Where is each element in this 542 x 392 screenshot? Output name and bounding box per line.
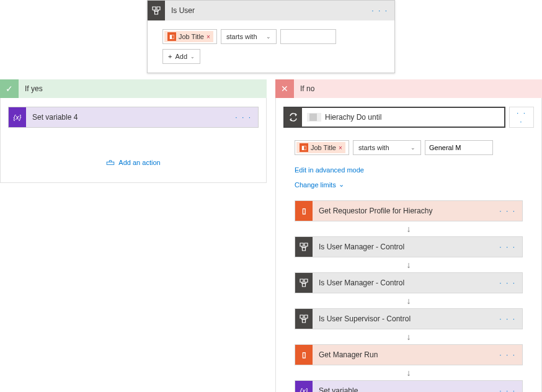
job-title-token[interactable]: ◧ Job Title × xyxy=(296,142,345,153)
arrow-down-icon: ↓ xyxy=(295,329,523,344)
arrow-down-icon: ↓ xyxy=(295,221,523,236)
arrow-down-icon: ↓ xyxy=(295,257,523,272)
prefix-chip xyxy=(307,113,321,122)
nested-step-card[interactable]: Is User Manager - Control· · · xyxy=(295,236,523,257)
nested-step-card[interactable]: {x}Set variable· · · xyxy=(295,380,523,393)
if-no-header: ✕ If no xyxy=(275,79,542,98)
chevron-down-icon: ⌄ xyxy=(339,180,344,189)
condition-left-value[interactable]: ◧ Job Title × xyxy=(162,29,217,44)
step-title: Set variable xyxy=(313,386,493,393)
if-no-branch: ✕ If no Hierachy Do until · · · xyxy=(275,79,542,392)
nested-step-card[interactable]: ▯Get Manager Run· · · xyxy=(295,344,523,365)
step-menu[interactable]: · · · xyxy=(493,386,522,393)
variable-icon: {x} xyxy=(295,381,313,393)
office-icon: ◧ xyxy=(167,32,176,41)
nested-step-card[interactable]: ▯Get Requestor Profile for Hierachy· · · xyxy=(295,200,523,221)
office-icon: ◧ xyxy=(300,143,308,152)
svg-rect-0 xyxy=(107,162,115,164)
do-until-body: ◧ Job Title × starts with ⌄ Edit in adva… xyxy=(283,134,534,392)
action-menu[interactable]: · · · xyxy=(229,113,258,122)
job-title-token[interactable]: ◧ Job Title × xyxy=(164,31,213,42)
loop-cond-operator-select[interactable]: starts with ⌄ xyxy=(353,140,421,155)
office-icon: ▯ xyxy=(295,201,313,221)
step-menu[interactable]: · · · xyxy=(493,207,522,215)
nested-steps: ▯Get Requestor Profile for Hierachy· · ·… xyxy=(295,200,523,393)
condition-menu[interactable]: · · · xyxy=(365,6,394,15)
arrow-down-icon: ↓ xyxy=(295,365,523,380)
condition-icon xyxy=(148,1,165,20)
chevron-down-icon: ⌄ xyxy=(411,145,415,151)
chevron-down-icon: ⌄ xyxy=(190,54,195,60)
condition-icon xyxy=(295,237,313,257)
step-menu[interactable]: · · · xyxy=(493,243,522,251)
do-until-title: Hierachy Do until xyxy=(321,113,504,122)
change-limits-link[interactable]: Change limits ⌄ xyxy=(295,180,344,189)
loop-icon xyxy=(285,108,302,127)
close-icon: ✕ xyxy=(275,79,294,98)
loop-cond-right-value[interactable] xyxy=(425,140,493,155)
step-title: Get Requestor Profile for Hierachy xyxy=(313,207,493,215)
step-menu[interactable]: · · · xyxy=(493,314,522,323)
if-yes-branch: ✓ If yes {x} Set variable 4 · · · Add an… xyxy=(0,79,267,183)
step-title: Is User Supervisor - Control xyxy=(313,314,493,323)
condition-branches: ✓ If yes {x} Set variable 4 · · · Add an… xyxy=(0,79,542,392)
do-until-card[interactable]: Hierachy Do until xyxy=(283,107,505,128)
condition-icon xyxy=(295,273,313,293)
condition-operator-select[interactable]: starts with ⌄ xyxy=(221,29,277,44)
loop-cond-left-value[interactable]: ◧ Job Title × xyxy=(295,140,349,155)
step-title: Is User Manager - Control xyxy=(313,278,493,287)
condition-title: Is User xyxy=(165,6,365,15)
add-action-button[interactable]: Add an action xyxy=(8,151,259,174)
edit-advanced-mode-link[interactable]: Edit in advanced mode xyxy=(295,166,364,174)
remove-token-icon[interactable]: × xyxy=(207,33,210,40)
check-icon: ✓ xyxy=(0,79,19,98)
step-title: Is User Manager - Control xyxy=(313,243,493,251)
chevron-down-icon: ⌄ xyxy=(266,33,271,40)
step-title: Get Manager Run xyxy=(313,350,493,359)
arrow-down-icon: ↓ xyxy=(295,293,523,308)
do-until-menu[interactable]: · · · xyxy=(509,107,534,128)
condition-header[interactable]: Is User · · · xyxy=(148,1,394,20)
step-menu[interactable]: · · · xyxy=(493,350,522,359)
condition-body: ◧ Job Title × starts with ⌄ + Add ⌄ xyxy=(148,20,394,73)
condition-card: Is User · · · ◧ Job Title × starts with … xyxy=(147,0,395,73)
office-icon: ▯ xyxy=(295,345,313,365)
plus-icon: + xyxy=(168,53,172,60)
add-action-icon xyxy=(106,159,115,166)
if-yes-header: ✓ If yes xyxy=(0,79,267,98)
nested-step-card[interactable]: Is User Manager - Control· · · xyxy=(295,272,523,293)
nested-step-card[interactable]: Is User Supervisor - Control· · · xyxy=(295,308,523,329)
action-title: Set variable 4 xyxy=(26,113,229,122)
remove-token-icon[interactable]: × xyxy=(339,145,342,151)
variable-icon: {x} xyxy=(9,107,26,127)
condition-right-value[interactable] xyxy=(280,29,336,44)
step-menu[interactable]: · · · xyxy=(493,278,522,287)
action-card[interactable]: {x} Set variable 4 · · · xyxy=(8,107,259,128)
add-condition-button[interactable]: + Add ⌄ xyxy=(162,49,200,64)
condition-icon xyxy=(295,309,313,329)
